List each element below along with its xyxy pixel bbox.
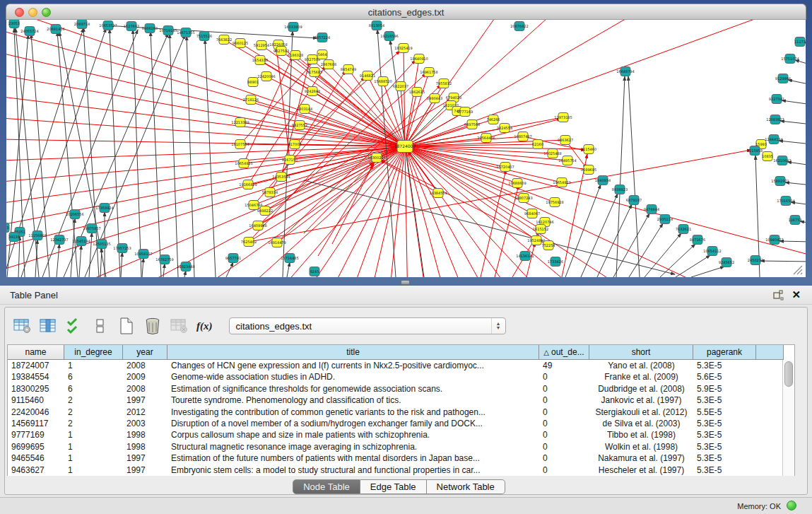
network-node[interactable]: 746266 xyxy=(486,115,500,124)
network-node[interactable]: 16914479 xyxy=(268,238,286,247)
network-node[interactable]: 16961758 xyxy=(420,68,437,77)
float-panel-icon[interactable] xyxy=(773,290,784,300)
network-node[interactable]: 1527602 xyxy=(124,22,139,31)
resize-grip-icon[interactable] xyxy=(792,264,803,275)
column-header-short[interactable]: short xyxy=(589,345,693,360)
network-view-canvas[interactable]: 2305324055724206914062089714106535271527… xyxy=(6,20,806,277)
network-node[interactable]: 11173 xyxy=(794,37,806,47)
network-node[interactable]: 23053 xyxy=(8,20,20,28)
network-node[interactable]: 8471676 xyxy=(690,235,705,245)
network-node[interactable]: 39139 xyxy=(8,233,20,242)
network-node[interactable]: 9146821 xyxy=(360,71,375,81)
network-node[interactable]: 9463627 xyxy=(558,136,573,145)
network-node[interactable]: 16782759 xyxy=(155,255,173,264)
network-node[interactable]: 752254 xyxy=(541,241,555,250)
network-node[interactable]: 18807243 xyxy=(514,194,532,203)
network-node[interactable]: 10654112 xyxy=(703,247,721,256)
network-node[interactable]: 10807487 xyxy=(514,132,531,141)
network-node[interactable]: 24055724 xyxy=(20,27,38,36)
column-header-out_de...[interactable]: △out_de... xyxy=(539,345,589,360)
network-node[interactable]: 16210643 xyxy=(773,156,791,165)
network-node[interactable]: 8938923 xyxy=(612,185,628,194)
network-node[interactable]: 2803144 xyxy=(297,105,312,114)
network-node[interactable]: 6822037 xyxy=(393,82,408,91)
network-node[interactable]: 20564486 xyxy=(477,134,495,143)
network-node[interactable]: 18724007 xyxy=(394,141,416,153)
tab-network-table[interactable]: Network Table xyxy=(427,479,505,494)
minimize-window-icon[interactable] xyxy=(28,8,37,17)
network-node[interactable]: 17359924 xyxy=(95,204,113,213)
table-row[interactable]: 946554611997Estimation of the future num… xyxy=(8,452,794,464)
network-node[interactable]: 12973185 xyxy=(554,113,572,122)
column-header-name[interactable]: name xyxy=(8,345,64,360)
network-node[interactable]: 7632621 xyxy=(676,225,691,234)
network-node[interactable]: 7857224 xyxy=(314,33,330,42)
network-node[interactable]: 9474444 xyxy=(644,205,659,214)
network-node[interactable]: 2935114 xyxy=(657,215,673,224)
table-row[interactable]: 2242004622012Investigating the contribut… xyxy=(8,407,794,418)
network-node[interactable]: 12444134 xyxy=(765,135,782,144)
network-node[interactable]: 8466160 xyxy=(142,24,158,33)
table-row[interactable]: 1830029562008Estimation of significance … xyxy=(8,383,794,395)
tab-edge-table[interactable]: Edge Table xyxy=(360,479,427,494)
network-node[interactable]: 12342737 xyxy=(50,235,68,245)
network-node[interactable]: 9313 xyxy=(6,223,9,233)
network-node[interactable]: 16033809 xyxy=(284,23,302,32)
network-node[interactable]: 10688609 xyxy=(508,179,526,188)
network-table-select[interactable]: citations_edges.txt ▲▼ xyxy=(229,317,506,334)
network-node[interactable]: 10719145 xyxy=(159,26,177,35)
network-node[interactable]: 2867608 xyxy=(321,60,336,69)
network-node[interactable]: 9245652 xyxy=(719,258,734,267)
network-node[interactable]: 3824554 xyxy=(497,124,512,133)
network-node[interactable]: 1862615 xyxy=(409,88,425,97)
network-node[interactable]: 116753 xyxy=(788,216,801,225)
function-builder-icon[interactable]: f(x) xyxy=(195,320,214,332)
column-header-in_degree[interactable]: in_degree xyxy=(64,345,123,360)
network-node[interactable]: 20691406 xyxy=(47,25,64,34)
network-node[interactable]: 8454749 xyxy=(341,65,356,74)
network-node[interactable]: 18107554 xyxy=(231,140,249,149)
close-panel-icon[interactable]: ✕ xyxy=(792,288,801,301)
network-node[interactable]: 8990443 xyxy=(427,94,442,103)
table-settings-icon[interactable] xyxy=(12,316,32,336)
table-row[interactable]: 1938455462009Genome-wide association stu… xyxy=(8,371,794,382)
network-node[interactable]: 20876822 xyxy=(510,22,528,31)
network-node[interactable]: 2718126 xyxy=(243,95,259,105)
network-node[interactable]: 19218596 xyxy=(380,32,398,41)
network-node[interactable]: 5912954 xyxy=(254,41,269,50)
network-node[interactable]: 8427552 xyxy=(292,121,307,130)
table-row[interactable]: 946362711997Embryonic stem cells: a mode… xyxy=(8,465,794,476)
network-node[interactable]: 8186328 xyxy=(288,51,303,60)
splitter-grip[interactable] xyxy=(401,280,410,285)
network-node[interactable]: 7515526 xyxy=(196,32,212,41)
table-row[interactable]: 911546021997Tourette syndrome. Phenomeno… xyxy=(8,395,794,406)
network-node[interactable]: 12923448 xyxy=(177,262,194,271)
network-node[interactable]: 7955812 xyxy=(436,79,452,88)
network-node[interactable]: 98901 xyxy=(247,78,259,87)
network-node[interactable]: 1840934 xyxy=(595,176,611,185)
network-node[interactable]: 19756928 xyxy=(546,198,563,207)
new-document-icon[interactable] xyxy=(117,316,136,336)
network-node[interactable]: 10835 xyxy=(762,152,773,161)
table-column-icon[interactable] xyxy=(38,316,58,336)
network-node[interactable]: 17016504 xyxy=(777,197,794,206)
network-node[interactable]: 9227341 xyxy=(769,95,784,104)
vertical-scrollbar[interactable] xyxy=(782,360,794,476)
column-header-title[interactable]: title xyxy=(167,345,539,360)
table-row[interactable]: 1456911722003Disruption of a novel membe… xyxy=(8,418,794,429)
network-node[interactable]: 2450232 xyxy=(748,256,763,265)
network-node[interactable]: 17957253 xyxy=(113,244,131,253)
zoom-window-icon[interactable] xyxy=(42,8,51,17)
column-header-pagerank[interactable]: pagerank xyxy=(693,345,756,360)
network-node[interactable]: 9657791 xyxy=(225,254,241,263)
network-node[interactable]: 10025488 xyxy=(543,149,561,158)
network-node[interactable]: 20206556 xyxy=(66,210,83,219)
network-node[interactable]: 10653527 xyxy=(99,21,117,30)
column-header-year[interactable]: year xyxy=(123,345,167,360)
network-node[interactable]: 9115460 xyxy=(581,145,596,154)
network-node[interactable]: 19166829 xyxy=(239,180,257,189)
network-node[interactable]: 15720407 xyxy=(496,163,514,172)
network-node[interactable]: 9245 xyxy=(310,267,319,276)
network-node[interactable]: 1733426 xyxy=(548,257,563,267)
network-node[interactable]: 15892971 xyxy=(771,177,789,186)
